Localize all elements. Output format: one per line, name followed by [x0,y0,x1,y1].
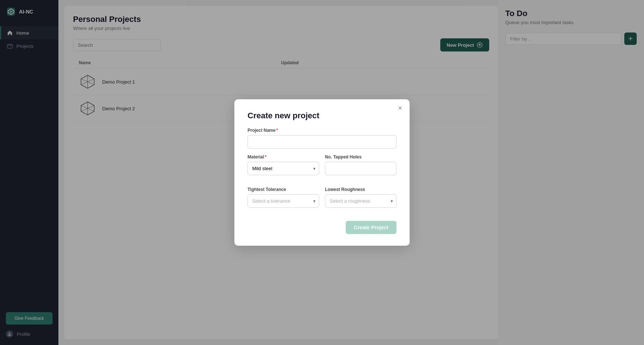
project-name-group: Project Name* [248,128,396,149]
tolerance-roughness-row: Tightest Tolerance Select a tolerance ▾ … [248,187,396,214]
material-tapped-row: Material* Mild steel Stainless steel Alu… [248,154,396,181]
modal-overlay[interactable]: × Create new project Project Name* Mater… [0,0,644,345]
roughness-select[interactable]: Select a roughness [325,194,396,208]
modal-title: Create new project [248,111,396,120]
project-name-label: Project Name* [248,128,396,133]
roughness-group: Lowest Roughness Select a roughness ▾ [325,187,396,208]
tapped-holes-group: No. Tapped Holes [325,154,396,175]
tapped-holes-label: No. Tapped Holes [325,154,396,160]
create-project-button[interactable]: Create Project [346,221,396,234]
roughness-select-wrapper: Select a roughness ▾ [325,194,396,208]
roughness-label: Lowest Roughness [325,187,396,192]
material-select-wrapper: Mild steel Stainless steel Aluminium Bra… [248,162,319,175]
tolerance-group: Tightest Tolerance Select a tolerance ▾ [248,187,319,208]
material-group: Material* Mild steel Stainless steel Alu… [248,154,319,175]
project-name-input[interactable] [248,135,396,149]
create-project-modal: × Create new project Project Name* Mater… [234,99,410,246]
material-label: Material* [248,154,319,160]
modal-close-button[interactable]: × [396,104,405,112]
material-select[interactable]: Mild steel Stainless steel Aluminium Bra… [248,162,319,175]
tapped-holes-input[interactable] [325,162,396,175]
tolerance-label: Tightest Tolerance [248,187,319,192]
modal-footer: Create Project [248,221,396,234]
tolerance-select[interactable]: Select a tolerance [248,194,319,208]
tolerance-select-wrapper: Select a tolerance ▾ [248,194,319,208]
